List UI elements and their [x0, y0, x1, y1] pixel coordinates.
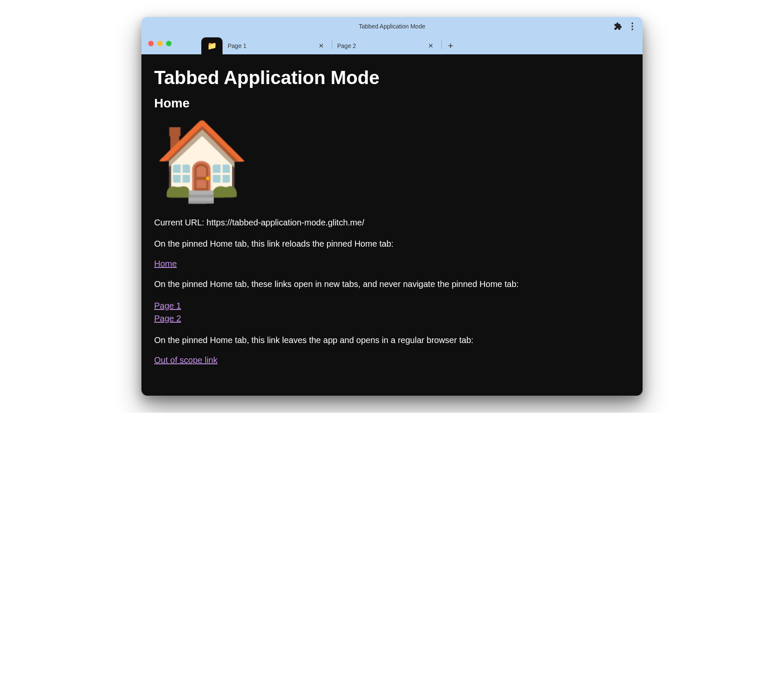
tab-divider [441, 39, 442, 49]
minimize-window-button[interactable] [157, 41, 163, 46]
more-icon[interactable] [628, 22, 637, 31]
folder-icon: 📁 [207, 42, 217, 50]
new-tab-button[interactable]: + [443, 39, 458, 53]
traffic-lights [148, 41, 172, 46]
page-title: Tabbed Application Mode [154, 67, 630, 88]
maximize-window-button[interactable] [166, 41, 172, 46]
content-area: Tabbed Application Mode Home 🏠 Current U… [141, 54, 643, 396]
tab-page-1[interactable]: Page 1 ✕ [223, 37, 332, 54]
title-bar-right [614, 22, 637, 31]
link-out-of-scope[interactable]: Out of scope link [154, 355, 217, 365]
window-title: Tabbed Application Mode [141, 23, 643, 30]
title-bar: Tabbed Application Mode [141, 17, 643, 36]
extensions-icon[interactable] [614, 22, 622, 31]
link-page-2[interactable]: Page 2 [154, 314, 181, 323]
tab-bar: 📁 Page 1 ✕ Page 2 ✕ + [141, 36, 643, 54]
link-page-1[interactable]: Page 1 [154, 301, 181, 310]
house-icon: 🏠 [154, 122, 250, 199]
close-icon[interactable]: ✕ [426, 41, 436, 51]
pinned-home-tab[interactable]: 📁 [201, 37, 223, 54]
tab-label: Page 1 [228, 42, 313, 49]
paragraph-out: On the pinned Home tab, this link leaves… [154, 334, 630, 346]
close-icon[interactable]: ✕ [316, 41, 327, 51]
current-url-text: Current URL: https://tabbed-application-… [154, 217, 630, 228]
tab-page-2[interactable]: Page 2 ✕ [332, 37, 441, 54]
app-window: Tabbed Application Mode 📁 Page 1 ✕ Page … [141, 17, 643, 396]
page-subtitle: Home [154, 96, 630, 110]
link-home[interactable]: Home [154, 259, 177, 268]
paragraph-reload: On the pinned Home tab, this link reload… [154, 238, 630, 250]
paragraph-newtabs: On the pinned Home tab, these links open… [154, 278, 630, 290]
close-window-button[interactable] [148, 41, 154, 46]
tab-label: Page 2 [337, 42, 422, 49]
